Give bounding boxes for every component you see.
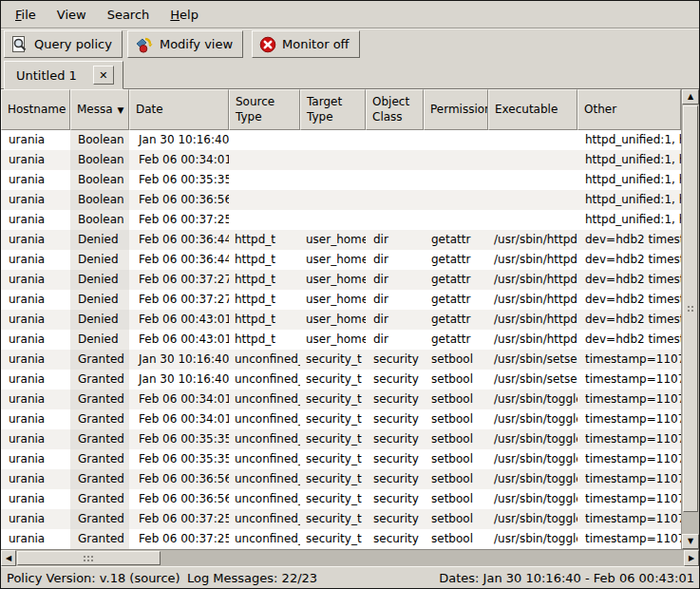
table-row[interactable]: uraniaGrantedFeb 06 00:37:25unconfined_s…: [1, 529, 681, 549]
horizontal-scrollbar[interactable]: ◀ ▶: [1, 549, 699, 566]
cell-other: dev=hdb2 timesta: [577, 330, 681, 350]
table-row[interactable]: uraniaDeniedFeb 06 00:43:01httpd_tuser_h…: [1, 310, 681, 330]
cell-source_type: [229, 190, 300, 210]
cell-date: Feb 06 00:36:56: [129, 190, 229, 210]
cell-target_type: security_t: [300, 429, 366, 449]
cell-target_type: user_home_: [300, 250, 366, 270]
table-row[interactable]: uraniaBooleanFeb 06 00:35:35httpd_unifie…: [1, 170, 681, 190]
menu-help[interactable]: Help: [160, 4, 209, 26]
horizontal-scrollbar-track[interactable]: [16, 550, 684, 566]
cell-date: Feb 06 00:35:35: [129, 429, 229, 449]
table-row[interactable]: uraniaGrantedFeb 06 00:36:56unconfined_s…: [1, 469, 681, 489]
cell-executable: [488, 130, 577, 150]
cell-target_type: [300, 170, 366, 190]
column-header-message[interactable]: Messa▼: [70, 89, 129, 130]
cell-date: Feb 06 00:43:01: [129, 330, 229, 350]
tab-close-button[interactable]: ✕: [93, 66, 114, 85]
column-header-target_type[interactable]: Target Type: [300, 89, 366, 130]
cell-other: dev=hdb2 timesta: [577, 230, 681, 250]
cell-other: httpd_unified:1, h: [577, 150, 681, 170]
cell-date: Feb 06 00:35:35: [129, 170, 229, 190]
table-row[interactable]: uraniaDeniedFeb 06 00:43:01httpd_tuser_h…: [1, 330, 681, 350]
table-row[interactable]: uraniaGrantedFeb 06 00:37:25unconfined_s…: [1, 509, 681, 529]
cell-hostname: urania: [1, 190, 70, 210]
menu-search[interactable]: Search: [97, 4, 161, 26]
table-row[interactable]: uraniaDeniedFeb 06 00:37:27httpd_tuser_h…: [1, 270, 681, 290]
table-row[interactable]: uraniaGrantedFeb 06 00:34:01unconfined_s…: [1, 409, 681, 429]
cell-hostname: urania: [1, 489, 70, 509]
cell-message: Granted: [70, 469, 129, 489]
vertical-scrollbar[interactable]: ▲ ▼: [681, 89, 699, 549]
column-header-other[interactable]: Other: [577, 89, 681, 130]
table-row[interactable]: uraniaDeniedFeb 06 00:36:44httpd_tuser_h…: [1, 230, 681, 250]
table-row[interactable]: uraniaDeniedFeb 06 00:37:27httpd_tuser_h…: [1, 290, 681, 310]
table-row[interactable]: uraniaGrantedFeb 06 00:35:35unconfined_s…: [1, 429, 681, 449]
table-row[interactable]: uraniaGrantedFeb 06 00:35:35unconfined_s…: [1, 449, 681, 469]
table-row[interactable]: uraniaBooleanJan 30 10:16:40httpd_unifie…: [1, 130, 681, 150]
cell-permission: setbool: [424, 489, 488, 509]
table-row[interactable]: uraniaGrantedJan 30 10:16:40unconfined_s…: [1, 350, 681, 370]
cell-permission: getattr: [424, 290, 488, 310]
column-header-executable[interactable]: Executable: [488, 89, 577, 130]
monitor-off-button[interactable]: Monitor off: [252, 30, 359, 58]
cell-hostname: urania: [1, 130, 70, 150]
table-row[interactable]: uraniaBooleanFeb 06 00:34:01httpd_unifie…: [1, 150, 681, 170]
cell-executable: [488, 150, 577, 170]
cell-source_type: httpd_t: [229, 270, 300, 290]
scroll-down-button[interactable]: ▼: [682, 534, 699, 549]
table-row[interactable]: uraniaBooleanFeb 06 00:37:25httpd_unifie…: [1, 210, 681, 230]
thumb-grip-icon: [83, 555, 95, 561]
query-policy-button[interactable]: Query policy: [4, 30, 123, 58]
scroll-left-button[interactable]: ◀: [1, 550, 16, 566]
column-header-object_class[interactable]: Object Class: [366, 89, 424, 130]
dates-status: Dates: Jan 30 10:16:40 - Feb 06 00:43:01: [439, 571, 694, 585]
cell-permission: [424, 130, 488, 150]
column-header-label: Source Type: [236, 95, 274, 124]
column-header-permission[interactable]: Permission: [424, 89, 488, 130]
column-header-label: Hostname: [8, 103, 66, 118]
vertical-scrollbar-thumb[interactable]: [683, 105, 698, 512]
cell-source_type: httpd_t: [229, 290, 300, 310]
policy-version-status: Policy Version: v.18 (source): [7, 571, 180, 585]
table-row[interactable]: uraniaBooleanFeb 06 00:36:56httpd_unifie…: [1, 190, 681, 210]
horizontal-scrollbar-thumb[interactable]: [17, 551, 161, 565]
cell-permission: getattr: [424, 250, 488, 270]
cell-source_type: [229, 150, 300, 170]
cell-target_type: [300, 130, 366, 150]
cell-message: Boolean: [70, 190, 129, 210]
table-row[interactable]: uraniaGrantedFeb 06 00:34:01unconfined_s…: [1, 390, 681, 409]
status-bar: Policy Version: v.18 (source) Log Messag…: [1, 566, 699, 588]
cell-permission: getattr: [424, 310, 488, 330]
table-row[interactable]: uraniaDeniedFeb 06 00:36:44httpd_tuser_h…: [1, 250, 681, 270]
tab-untitled-1[interactable]: Untitled 1 ✕: [4, 61, 123, 89]
cell-object_class: security: [366, 509, 424, 529]
table-row[interactable]: uraniaGrantedFeb 06 00:36:56unconfined_s…: [1, 489, 681, 509]
cell-target_type: security_t: [300, 449, 366, 469]
column-header-source_type[interactable]: Source Type: [229, 89, 300, 130]
cell-object_class: dir: [366, 290, 424, 310]
cell-permission: getattr: [424, 230, 488, 250]
cell-target_type: [300, 190, 366, 210]
table-row[interactable]: uraniaGrantedJan 30 10:16:40unconfined_s…: [1, 370, 681, 390]
cell-source_type: unconfined_: [229, 350, 300, 370]
cell-object_class: security: [366, 409, 424, 429]
cell-permission: [424, 210, 488, 230]
column-header-hostname[interactable]: Hostname: [1, 89, 70, 130]
cell-other: timestamp=11071: [577, 350, 681, 370]
scroll-left-icon: ◀: [6, 555, 11, 562]
column-header-date[interactable]: Date: [129, 89, 229, 130]
cell-message: Granted: [70, 489, 129, 509]
menu-file[interactable]: File: [5, 4, 47, 26]
menu-view[interactable]: View: [47, 4, 97, 26]
cell-executable: /usr/sbin/httpd: [488, 250, 577, 270]
scroll-right-button[interactable]: ▶: [684, 550, 699, 566]
column-header-label: Date: [136, 103, 163, 118]
vertical-scrollbar-track[interactable]: [682, 104, 699, 534]
cell-other: dev=hdb2 timesta: [577, 250, 681, 270]
scroll-up-button[interactable]: ▲: [682, 89, 699, 104]
cell-permission: setbool: [424, 370, 488, 390]
query-policy-label: Query policy: [34, 37, 112, 51]
cell-executable: /usr/sbin/toggle: [488, 469, 577, 489]
cell-executable: /usr/sbin/toggle: [488, 489, 577, 509]
modify-view-button[interactable]: Modify view: [127, 30, 243, 58]
